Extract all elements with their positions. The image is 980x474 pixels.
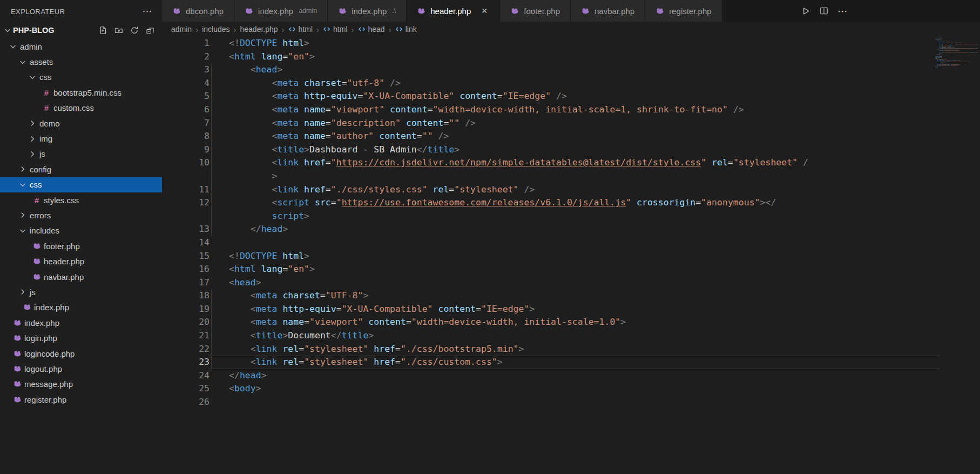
- breadcrumb-item[interactable]: html: [323, 25, 347, 34]
- more-icon[interactable]: ⋯: [837, 6, 848, 16]
- tree-item-img[interactable]: img: [0, 131, 162, 146]
- breadcrumb-item[interactable]: admin: [171, 25, 192, 34]
- tab-description: admin: [299, 7, 317, 15]
- code-line[interactable]: 26: [162, 396, 980, 409]
- tab-dbcon.php[interactable]: dbcon.php: [162, 0, 234, 22]
- new-folder-icon[interactable]: [114, 26, 123, 35]
- tree-item-includes[interactable]: includes: [0, 223, 162, 238]
- line-number: 2: [162, 50, 229, 64]
- code-line[interactable]: 13 </head>: [162, 223, 980, 236]
- tree-item-message.php[interactable]: message.php: [0, 377, 162, 392]
- close-icon[interactable]: ×: [479, 6, 489, 16]
- code-line[interactable]: 12 <script src="https://use.fontawesome.…: [162, 196, 980, 210]
- breadcrumb-item[interactable]: html: [288, 25, 313, 34]
- tree-item-admin[interactable]: admin: [0, 39, 162, 54]
- php-icon: [12, 333, 23, 343]
- code-line[interactable]: 14: [162, 236, 980, 250]
- tab-index.php[interactable]: index.php.\: [328, 0, 407, 22]
- tree-item-login.php[interactable]: login.php: [0, 330, 162, 345]
- breadcrumb-item[interactable]: includes: [202, 25, 229, 34]
- tab-header.php[interactable]: header.php×: [407, 0, 500, 22]
- tree-item-label: css: [39, 72, 52, 82]
- project-root[interactable]: PHP-BLOG: [0, 23, 162, 38]
- code-line[interactable]: 10 <link href="https://cdn.jsdelivr.net/…: [162, 156, 980, 170]
- code-line[interactable]: >: [162, 170, 980, 183]
- code-line[interactable]: 24</head>: [162, 369, 980, 383]
- tree-item-label: header.php: [44, 257, 84, 266]
- tree-item-logincode.php[interactable]: logincode.php: [0, 346, 162, 361]
- php-icon: [245, 6, 254, 16]
- breadcrumb-item[interactable]: header.php: [240, 25, 278, 34]
- tab-navbar.php[interactable]: navbar.php: [571, 0, 645, 22]
- new-file-icon[interactable]: [99, 26, 107, 35]
- tree-item-demo[interactable]: demo: [0, 116, 162, 131]
- tree-item-assets[interactable]: assets: [0, 54, 162, 69]
- code-line[interactable]: 20 <meta name="viewport" content="width=…: [162, 316, 980, 329]
- php-icon: [581, 6, 590, 16]
- code-editor[interactable]: 1<!DOCTYPE html>2<html lang="en">3 <head…: [162, 37, 980, 474]
- code-line[interactable]: 2<html lang="en">: [162, 50, 980, 64]
- tab-register.php[interactable]: register.php: [645, 0, 722, 22]
- collapse-all-icon[interactable]: [146, 26, 154, 35]
- run-icon[interactable]: [801, 6, 810, 16]
- breadcrumb-separator: ›: [389, 25, 391, 34]
- breadcrumb-separator: ›: [352, 25, 354, 34]
- chevron-right-icon: [17, 288, 28, 296]
- breadcrumb-separator: ›: [316, 25, 319, 34]
- line-number: 25: [162, 382, 229, 396]
- tree-item-js[interactable]: js: [0, 146, 162, 162]
- tree-item-bootstrap5.min.css[interactable]: #bootstrap5.min.css: [0, 85, 162, 100]
- tree-item-label: register.php: [24, 395, 66, 404]
- tree-item-footer.php[interactable]: footer.php: [0, 238, 162, 253]
- refresh-icon[interactable]: [130, 26, 139, 35]
- tree-item-config[interactable]: config: [0, 162, 162, 177]
- tree-item-navbar.php[interactable]: navbar.php: [0, 269, 162, 284]
- code-line[interactable]: 21 <title>Document</title>: [162, 329, 980, 343]
- code-line[interactable]: 7 <meta name="description" content="" />: [162, 117, 980, 130]
- tree-item-register.php[interactable]: register.php: [0, 392, 162, 407]
- code-line[interactable]: 6 <meta name="viewport" content="width=d…: [162, 103, 980, 117]
- code-line[interactable]: 18 <meta charset="UTF-8">: [162, 289, 980, 303]
- minimap[interactable]: <!DOCTYPE html><html lang="en"> <head> <…: [935, 38, 978, 108]
- php-icon: [12, 364, 23, 373]
- code-line[interactable]: 25<body>: [162, 382, 980, 396]
- tree-item-logout.php[interactable]: logout.php: [0, 361, 162, 376]
- tree-item-styles.css[interactable]: #styles.css: [0, 192, 162, 208]
- code-line[interactable]: 8 <meta name="author" content="" />: [162, 130, 980, 143]
- tree-item-css[interactable]: css: [0, 177, 162, 192]
- code-line[interactable]: 22 <link rel="stylesheet" href="./css/bo…: [162, 343, 980, 356]
- php-icon: [338, 6, 347, 16]
- tree-item-errors[interactable]: errors: [0, 208, 162, 223]
- breadcrumb-item[interactable]: link: [395, 25, 417, 34]
- code-line[interactable]: 19 <meta http-equiv="X-UA-Compatible" co…: [162, 303, 980, 316]
- code-line[interactable]: 9 <title>Dashboard - SB Admin</title>: [162, 143, 980, 157]
- code-line[interactable]: 3 <head>: [162, 63, 980, 77]
- tree-item-header.php[interactable]: header.php: [0, 253, 162, 269]
- tab-index.php[interactable]: index.phpadmin: [234, 0, 328, 22]
- tab-description: .\: [392, 7, 396, 15]
- html-symbol-icon: [288, 25, 296, 33]
- tab-footer.php[interactable]: footer.php: [500, 0, 571, 22]
- line-number: 15: [162, 250, 229, 263]
- code-line[interactable]: script>: [162, 210, 980, 223]
- tree-item-js[interactable]: js: [0, 284, 162, 299]
- tree-item-css[interactable]: css: [0, 70, 162, 85]
- code-line[interactable]: 17<head>: [162, 276, 980, 290]
- code-line[interactable]: 15<!DOCTYPE html>: [162, 250, 980, 263]
- code-line[interactable]: 5 <meta http-equiv="X-UA-Compatible" con…: [162, 90, 980, 103]
- tree-item-label: message.php: [24, 379, 73, 389]
- explorer-more-actions-icon[interactable]: ⋯: [143, 6, 152, 16]
- tree-item-index.php[interactable]: index.php: [0, 315, 162, 330]
- code-line[interactable]: 16<html lang="en">: [162, 263, 980, 276]
- line-number: 24: [162, 369, 229, 383]
- code-line[interactable]: 1<!DOCTYPE html>: [162, 37, 980, 50]
- line-number: 8: [162, 130, 229, 143]
- tree-item-index.php[interactable]: index.php: [0, 300, 162, 315]
- breadcrumb-item[interactable]: head: [358, 25, 385, 34]
- code-line[interactable]: 23 <link rel="stylesheet" href="./css/cu…: [162, 356, 980, 369]
- code-line[interactable]: 11 <link href="./css/styles.css" rel="st…: [162, 183, 980, 197]
- file-tree: adminassetscss#bootstrap5.min.css#custom…: [0, 39, 162, 407]
- tree-item-custom.css[interactable]: #custom.css: [0, 101, 162, 116]
- code-line[interactable]: 4 <meta charset="utf-8" />: [162, 77, 980, 90]
- split-editor-icon[interactable]: [820, 6, 828, 15]
